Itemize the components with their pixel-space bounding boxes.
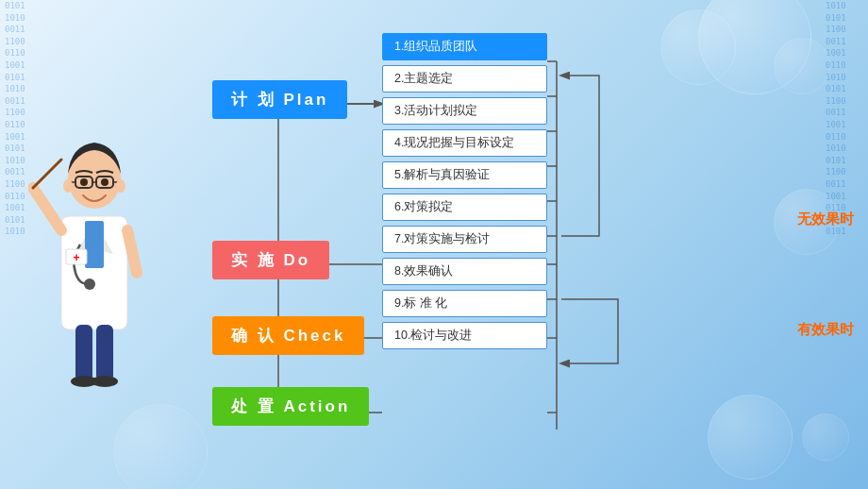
step-1: 1.组织品质团队: [382, 33, 547, 60]
svg-point-20: [63, 179, 73, 193]
steps-group: 1.组织品质团队 2.主题选定 3.活动计划拟定 4.现况把握与目标设定 5.解…: [382, 33, 547, 349]
svg-rect-9: [96, 325, 113, 381]
doctor-illustration: +: [19, 75, 170, 414]
step-5: 5.解析与真因验证: [382, 161, 547, 189]
step-4: 4.现况把握与目标设定: [382, 129, 547, 157]
step-6: 6.对策拟定: [382, 194, 547, 221]
svg-rect-8: [75, 325, 92, 381]
step-9: 9.标 准 化: [382, 290, 547, 317]
effect-label: 有效果时: [797, 321, 854, 339]
svg-line-6: [33, 160, 61, 188]
step-10: 10.检讨与改进: [382, 322, 547, 349]
svg-rect-3: [85, 221, 104, 268]
action-box: 处 置 Action: [212, 387, 369, 426]
check-label: 确 认 Check: [231, 327, 345, 345]
step-2: 2.主题选定: [382, 65, 547, 93]
svg-point-11: [92, 376, 118, 387]
svg-line-7: [127, 230, 137, 273]
svg-point-4: [84, 278, 95, 290]
check-box: 确 认 Check: [212, 316, 364, 355]
pdca-diagram: 计 划 Plan 实 施 Do 确 认 Check 处 置 Action 1.组…: [193, 33, 854, 448]
no-effect-label: 无效果时: [797, 211, 854, 228]
plan-label: 计 划 Plan: [231, 91, 328, 109]
svg-point-18: [80, 178, 88, 186]
svg-line-5: [33, 188, 61, 230]
plan-box: 计 划 Plan: [212, 80, 347, 119]
svg-point-21: [116, 179, 125, 193]
do-label: 实 施 Do: [231, 251, 310, 269]
step-8: 8.效果确认: [382, 258, 547, 285]
svg-text:+: +: [73, 251, 79, 264]
action-label: 处 置 Action: [231, 397, 350, 415]
svg-point-19: [101, 178, 108, 186]
step-7: 7.对策实施与检讨: [382, 226, 547, 253]
step-3: 3.活动计划拟定: [382, 97, 547, 125]
do-box: 实 施 Do: [212, 241, 329, 279]
